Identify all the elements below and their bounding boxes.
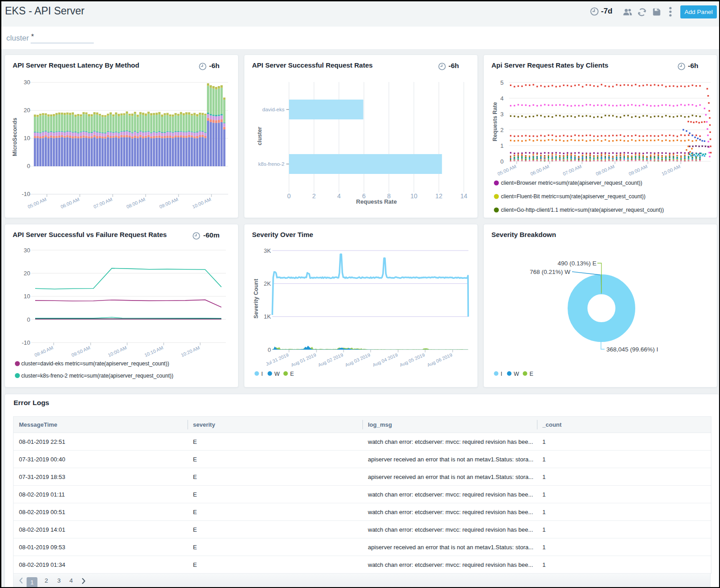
svg-text:10: 10 [24, 293, 30, 300]
svg-text:10: 10 [24, 135, 30, 141]
svg-text:2: 2 [500, 127, 504, 133]
svg-text:368,045 (99.66%) I: 368,045 (99.66%) I [606, 346, 658, 353]
svg-text:05:00 AM: 05:00 AM [27, 196, 47, 210]
svg-text:david-eks: david-eks [262, 107, 284, 112]
svg-text:Requests Rate: Requests Rate [492, 102, 498, 141]
svg-text:Aug 01 2019: Aug 01 2019 [290, 352, 317, 368]
svg-text:0: 0 [27, 163, 30, 169]
svg-text:08:00 AM: 08:00 AM [595, 164, 615, 177]
svg-text:-10: -10 [22, 191, 30, 197]
svg-text:Aug 02 2019: Aug 02 2019 [317, 352, 344, 368]
svg-text:09:00 AM: 09:00 AM [628, 164, 648, 177]
svg-text:MicroSeconds: MicroSeconds [12, 118, 18, 156]
svg-text:30: 30 [24, 247, 30, 254]
svg-text:05:00 AM: 05:00 AM [496, 164, 517, 177]
svg-text:0: 0 [287, 192, 291, 200]
svg-text:Aug 03 2019: Aug 03 2019 [344, 352, 371, 368]
svg-text:I: I [501, 371, 502, 377]
svg-text:E: E [290, 371, 294, 377]
svg-text:Aug 06 2019: Aug 06 2019 [426, 352, 453, 368]
svg-text:client=Go-http-client/1.1 metr: client=Go-http-client/1.1 metric=sum(rat… [501, 207, 664, 213]
svg-text:cluster: cluster [257, 127, 263, 145]
svg-text:14: 14 [460, 192, 468, 200]
svg-text:07:00 AM: 07:00 AM [92, 196, 113, 210]
svg-text:Requests Rate: Requests Rate [356, 198, 397, 205]
svg-text:30: 30 [24, 79, 30, 86]
svg-text:10:00 AM: 10:00 AM [107, 345, 127, 358]
svg-text:06:00 AM: 06:00 AM [60, 196, 80, 210]
svg-text:1K: 1K [264, 313, 271, 320]
svg-text:10:10 AM: 10:10 AM [143, 345, 164, 358]
svg-text:1: 1 [500, 142, 504, 149]
svg-text:07:00 AM: 07:00 AM [562, 164, 582, 177]
svg-text:Jul 31 2019: Jul 31 2019 [265, 352, 289, 367]
svg-text:5: 5 [500, 79, 504, 86]
svg-text:4: 4 [337, 192, 341, 200]
svg-text:06:00 AM: 06:00 AM [529, 164, 550, 177]
svg-text:20: 20 [24, 107, 30, 114]
svg-text:12: 12 [436, 192, 443, 200]
svg-text:W: W [514, 371, 519, 377]
svg-text:10:20 AM: 10:20 AM [180, 345, 200, 358]
svg-text:W: W [275, 371, 280, 377]
svg-text:Aug 05 2019: Aug 05 2019 [399, 352, 426, 368]
svg-text:09:40 AM: 09:40 AM [33, 345, 54, 358]
svg-text:I: I [261, 371, 263, 377]
svg-text:-10: -10 [22, 339, 30, 346]
svg-text:cluster=k8s-freno-2 metric=sum: cluster=k8s-freno-2 metric=sum(rate(apis… [21, 373, 173, 379]
svg-text:cluster=david-eks metric=sum(r: cluster=david-eks metric=sum(rate(apiser… [21, 360, 169, 367]
svg-text:490 (0.13%) E: 490 (0.13%) E [558, 260, 596, 267]
svg-text:10:00 AM: 10:00 AM [660, 164, 681, 177]
svg-text:10:00 AM: 10:00 AM [191, 196, 211, 210]
svg-text:3K: 3K [264, 247, 271, 254]
svg-text:E: E [530, 371, 533, 377]
svg-text:09:50 AM: 09:50 AM [70, 345, 91, 358]
svg-text:3: 3 [500, 111, 504, 118]
svg-text:20: 20 [24, 270, 30, 277]
svg-text:Severity Count: Severity Count [253, 278, 259, 319]
svg-text:4: 4 [500, 95, 504, 102]
svg-text:768 (0.21%) W: 768 (0.21%) W [530, 269, 570, 275]
svg-text:2: 2 [312, 192, 316, 200]
svg-text:0: 0 [500, 158, 504, 165]
svg-text:08:00 AM: 08:00 AM [125, 196, 146, 210]
svg-text:0: 0 [268, 346, 271, 353]
svg-text:10: 10 [410, 192, 417, 200]
svg-text:Aug 04 2019: Aug 04 2019 [372, 352, 399, 368]
svg-text:k8s-freno-2: k8s-freno-2 [258, 161, 284, 167]
svg-text:2K: 2K [264, 280, 271, 287]
svg-text:0: 0 [27, 316, 30, 323]
svg-text:09:00 AM: 09:00 AM [158, 196, 179, 210]
svg-text:client=Browser metric=sum(rate: client=Browser metric=sum(rate(apiserver… [501, 180, 642, 186]
svg-text:client=Fluent-Bit metric=sum(r: client=Fluent-Bit metric=sum(rate(apiser… [501, 193, 646, 200]
